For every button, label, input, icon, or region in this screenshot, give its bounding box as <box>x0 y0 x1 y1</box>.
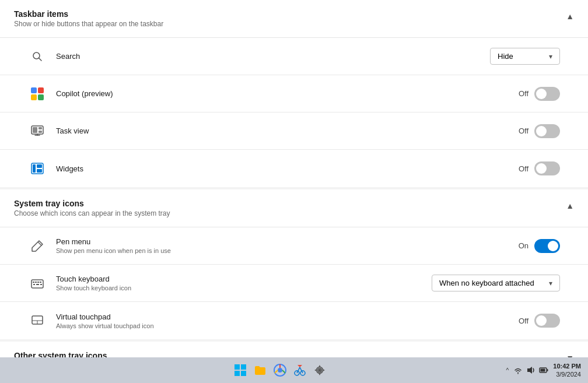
taskbar: ^ 10:42 PM 3/9/2024 <box>0 357 588 383</box>
svg-rect-47 <box>547 369 548 371</box>
taskview-toggle-thumb <box>536 126 547 136</box>
svg-point-44 <box>318 369 321 372</box>
taskview-label: Task view <box>56 127 519 135</box>
svg-rect-48 <box>541 369 545 372</box>
svg-rect-23 <box>36 284 39 285</box>
svg-rect-20 <box>37 282 39 283</box>
svg-marker-45 <box>527 367 532 374</box>
taskview-icon-wrap <box>28 122 47 140</box>
chrome-button[interactable] <box>272 362 288 378</box>
virtual-touchpad-label: Virtual touchpad <box>56 312 519 321</box>
svg-rect-30 <box>235 371 240 376</box>
wifi-icon <box>513 366 523 375</box>
search-icon-wrap <box>28 47 47 66</box>
folder-icon <box>254 364 267 377</box>
system-tray-title: System tray icons <box>14 199 170 208</box>
virtual-touchpad-status: Off <box>519 317 528 325</box>
widgets-toggle[interactable] <box>534 161 560 175</box>
svg-rect-13 <box>33 164 36 173</box>
copilot-toggle[interactable] <box>534 87 560 101</box>
touch-keyboard-dropdown-chevron: ▾ <box>549 279 552 287</box>
virtual-touchpad-toggle[interactable] <box>534 314 560 328</box>
svg-rect-22 <box>33 284 35 285</box>
other-tray-chevron: ▼ <box>566 353 574 357</box>
taskbar-items-section: Taskbar items Show or hide buttons that … <box>0 0 588 187</box>
widgets-row: Widgets Off <box>0 150 588 187</box>
tray-expand-arrow[interactable]: ^ <box>506 367 509 374</box>
scissors-icon <box>293 364 306 377</box>
touch-keyboard-dropdown[interactable]: When no keyboard attached ▾ <box>432 275 560 291</box>
settings-button[interactable] <box>312 362 328 378</box>
search-label: Search <box>56 52 490 61</box>
copilot-status: Off <box>519 89 528 98</box>
svg-marker-41 <box>298 365 302 367</box>
svg-rect-5 <box>38 94 44 100</box>
taskview-status: Off <box>519 127 528 135</box>
svg-line-1 <box>39 58 42 61</box>
chrome-icon <box>274 364 286 377</box>
touch-keyboard-dropdown-value: When no keyboard attached <box>439 279 534 287</box>
settings-panel: Taskbar items Show or hide buttons that … <box>0 0 588 357</box>
system-tray-subtitle: Choose which icons can appear in the sys… <box>14 209 170 217</box>
taskbar-center <box>232 362 328 378</box>
widgets-text: Widgets <box>56 164 519 173</box>
widgets-icon-wrap <box>28 159 47 178</box>
taskview-text: Task view <box>56 127 519 135</box>
taskbar-items-header[interactable]: Taskbar items Show or hide buttons that … <box>0 0 588 38</box>
svg-rect-31 <box>241 371 246 376</box>
touch-keyboard-sublabel: Show touch keyboard icon <box>56 284 432 291</box>
copilot-row: Copilot (preview) Off <box>0 75 588 113</box>
svg-point-33 <box>278 368 282 373</box>
other-tray-header[interactable]: Other system tray icons Show or hide add… <box>0 342 588 357</box>
system-tray-header[interactable]: System tray icons Choose which icons can… <box>0 189 588 227</box>
pen-menu-toggle[interactable] <box>534 239 560 253</box>
virtual-touchpad-sublabel: Always show virtual touchpad icon <box>56 322 519 329</box>
svg-rect-4 <box>31 94 37 100</box>
widgets-label: Widgets <box>56 164 519 173</box>
system-tray-section: System tray icons Choose which icons can… <box>0 189 588 339</box>
svg-rect-29 <box>241 364 246 370</box>
taskbar-items-title: Taskbar items <box>14 9 163 19</box>
taskview-row: Task view Off <box>0 113 588 150</box>
copilot-text: Copilot (preview) <box>56 89 519 98</box>
svg-rect-7 <box>33 127 37 133</box>
clock-date: 3/9/2024 <box>553 370 581 378</box>
system-tray-chevron: ▲ <box>566 201 574 210</box>
copilot-label: Copilot (preview) <box>56 89 519 98</box>
taskview-control: Off <box>519 124 560 138</box>
svg-rect-15 <box>37 169 42 173</box>
touch-keyboard-label: Touch keyboard <box>56 275 432 283</box>
copilot-icon <box>31 87 44 100</box>
touch-keyboard-text: Touch keyboard Show touch keyboard icon <box>56 275 432 291</box>
other-tray-header-text: Other system tray icons Show or hide add… <box>14 351 143 357</box>
pen-menu-status: On <box>519 241 528 250</box>
virtual-touchpad-text: Virtual touchpad Always show virtual tou… <box>56 312 519 329</box>
touchpad-icon-wrap <box>28 311 47 330</box>
search-control[interactable]: Hide ▾ <box>490 48 560 65</box>
svg-rect-21 <box>40 282 41 283</box>
touchpad-icon <box>31 314 44 327</box>
taskbar-right: ^ 10:42 PM 3/9/2024 <box>506 362 581 379</box>
touch-keyboard-control[interactable]: When no keyboard attached ▾ <box>432 275 560 291</box>
pen-menu-sublabel: Show pen menu icon when pen is in use <box>56 247 519 254</box>
start-button[interactable] <box>232 362 249 378</box>
widgets-toggle-thumb <box>536 163 547 174</box>
search-icon <box>32 51 43 62</box>
taskbar-items-header-text: Taskbar items Show or hide buttons that … <box>14 9 163 28</box>
other-tray-section: Other system tray icons Show or hide add… <box>0 342 588 357</box>
search-dropdown-value: Hide <box>498 52 513 61</box>
file-explorer-button[interactable] <box>252 362 268 378</box>
search-dropdown[interactable]: Hide ▾ <box>490 48 560 65</box>
pen-menu-toggle-thumb <box>548 241 558 251</box>
svg-rect-3 <box>38 87 44 93</box>
taskview-icon <box>31 125 44 138</box>
taskbar-clock[interactable]: 10:42 PM 3/9/2024 <box>553 362 581 379</box>
system-tray-icons <box>513 366 548 375</box>
pen-menu-label: Pen menu <box>56 237 519 246</box>
svg-line-36 <box>282 370 285 373</box>
other-tray-title: Other system tray icons <box>14 351 143 357</box>
taskbar-items-subtitle: Show or hide buttons that appear on the … <box>14 20 163 28</box>
taskview-toggle[interactable] <box>534 124 560 138</box>
pen-icon <box>31 240 44 252</box>
snip-tool-button[interactable] <box>292 362 308 378</box>
